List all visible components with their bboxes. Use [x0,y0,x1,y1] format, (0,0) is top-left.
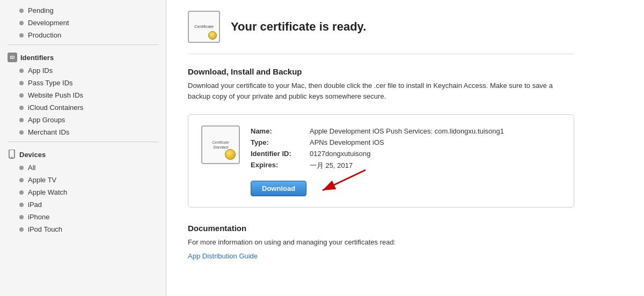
sidebar-item-ipod-touch[interactable]: iPod Touch [0,223,166,235]
sidebar-item-pass-type-ids[interactable]: Pass Type IDs [0,77,166,89]
gold-seal-sm [225,149,236,160]
documentation-desc: For more information on using and managi… [188,237,574,248]
dot-icon [19,106,24,110]
dot-icon [19,215,24,219]
sidebar-item-ipad[interactable]: iPad [0,198,166,211]
sidebar-item-apple-tv[interactable]: Apple TV [0,174,166,186]
sidebar-item-merchant-ids[interactable]: Merchant IDs [0,126,166,138]
download-button[interactable]: Download [251,181,306,196]
main-content: Certificate Your certificate is ready. D… [166,0,644,296]
cert-icon-large: Certificate [188,11,220,43]
cert-identifier-value: 0127dongxutuisong [310,148,508,159]
cert-ready-title: Your certificate is ready. [231,20,366,34]
dot-icon [19,93,24,98]
dot-icon [19,81,24,85]
sidebar: Pending Development Production ID Identi… [0,0,166,296]
sidebar-item-pending[interactable]: Pending [0,4,166,17]
cert-name-value: Apple Development iOS Push Services: com… [310,125,508,137]
download-section-desc: Download your certificate to your Mac, t… [188,80,574,101]
cert-name-label: Name: [251,125,310,137]
sidebar-item-website-push-ids[interactable]: Website Push IDs [0,89,166,101]
sidebar-item-icloud-containers[interactable]: iCloud Containers [0,101,166,114]
dot-icon [19,118,24,122]
devices-section: Devices All Apple TV Apple Watch iPad iP… [0,145,166,235]
cert-type-label: Type: [251,137,310,148]
cert-ready-header: Certificate Your certificate is ready. [188,11,574,54]
dot-icon [19,203,24,207]
svg-line-3 [323,170,365,190]
devices-header: Devices [0,145,166,161]
dot-icon [19,33,24,38]
cert-expires-label: Expires: [251,159,310,172]
dot-icon [19,190,24,195]
id-icon: ID [8,53,17,62]
sidebar-item-app-groups[interactable]: App Groups [0,114,166,126]
cert-details: Name: Apple Development iOS Push Service… [251,125,561,196]
device-icon [8,150,16,159]
identifiers-header: ID Identifiers [0,48,166,64]
dot-icon [19,9,24,13]
divider [8,45,158,45]
gold-seal-decoration [208,31,217,40]
sidebar-item-iphone[interactable]: iPhone [0,211,166,223]
download-area: Download [251,181,306,196]
divider [8,142,158,142]
dot-icon [19,21,24,25]
dot-icon [19,69,24,73]
sidebar-item-all[interactable]: All [0,161,166,174]
dot-icon [19,166,24,170]
certificate-card: CertificateStandard Name: Apple Developm… [188,114,574,208]
app-distribution-guide-link[interactable]: App Distribution Guide [188,252,258,260]
dot-icon [19,130,24,135]
identifiers-section: ID Identifiers App IDs Pass Type IDs Web… [0,48,166,138]
dot-icon [19,227,24,232]
sidebar-item-apple-watch[interactable]: Apple Watch [0,186,166,198]
cert-expires-value: 一月 25, 2017 [310,159,508,172]
cert-card-icon: CertificateStandard [201,125,240,164]
certificates-section: Pending Development Production [0,0,166,41]
sidebar-item-production[interactable]: Production [0,29,166,41]
cert-type-value: APNs Development iOS [310,137,508,148]
cert-identifier-label: Identifier ID: [251,148,310,159]
sidebar-item-development[interactable]: Development [0,17,166,29]
dot-icon [19,178,24,182]
documentation-title: Documentation [188,224,574,233]
sidebar-item-app-ids[interactable]: App IDs [0,64,166,77]
download-section-title: Download, Install and Backup [188,67,574,76]
